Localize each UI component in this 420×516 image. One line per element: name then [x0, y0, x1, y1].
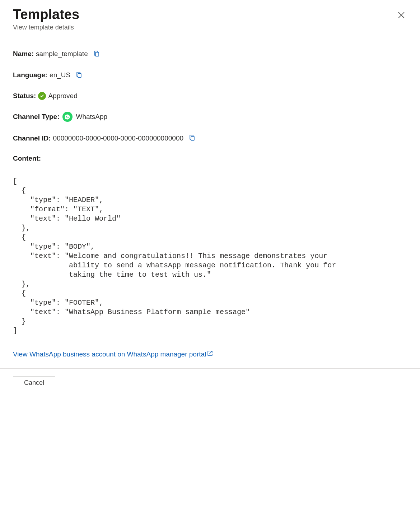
content-json-block: [ { "type": "HEADER", "format": "TEXT", …	[13, 177, 407, 336]
channel-type-value: WhatsApp	[76, 112, 108, 121]
status-field: Status: Approved	[13, 92, 407, 101]
status-value: Approved	[48, 92, 77, 101]
content-label: Content:	[13, 155, 407, 162]
check-circle-icon	[38, 92, 46, 100]
close-button[interactable]	[396, 9, 407, 22]
name-label: Name:	[13, 50, 34, 59]
language-label: Language:	[13, 71, 47, 80]
channel-type-field: Channel Type: WhatsApp	[13, 112, 407, 122]
copy-channel-id-button[interactable]	[188, 133, 196, 143]
name-field: Name: sample_template	[13, 49, 407, 59]
copy-name-button[interactable]	[92, 49, 101, 59]
svg-rect-3	[78, 73, 81, 77]
panel-footer: Cancel	[0, 368, 420, 397]
cancel-button[interactable]: Cancel	[13, 377, 55, 389]
svg-rect-4	[191, 137, 194, 140]
svg-rect-2	[95, 52, 99, 56]
language-field: Language: en_US	[13, 70, 407, 80]
name-value: sample_template	[36, 50, 88, 59]
channel-type-label: Channel Type:	[13, 112, 60, 121]
close-icon	[397, 11, 406, 20]
panel-header: Templates View template details	[13, 7, 407, 31]
page-subtitle: View template details	[13, 24, 79, 31]
channel-id-field: Channel ID: 00000000-0000-0000-0000-0000…	[13, 133, 407, 143]
copy-icon	[188, 134, 196, 142]
copy-icon	[75, 71, 83, 79]
page-title: Templates	[13, 7, 79, 22]
external-link-icon	[207, 350, 213, 358]
template-details-panel: Templates View template details Name: sa…	[0, 0, 420, 368]
whatsapp-icon	[62, 112, 73, 122]
channel-id-label: Channel ID:	[13, 134, 51, 143]
copy-icon	[93, 50, 100, 58]
language-value: en_US	[50, 71, 70, 80]
portal-link-text: View WhatsApp business account on WhatsA…	[13, 350, 206, 358]
svg-line-5	[210, 351, 212, 354]
fields-section: Name: sample_template Language: en_US	[13, 49, 407, 369]
status-label: Status:	[13, 92, 36, 101]
channel-id-value: 00000000-0000-0000-0000-000000000000	[53, 134, 183, 143]
copy-language-button[interactable]	[75, 70, 83, 80]
whatsapp-portal-link[interactable]: View WhatsApp business account on WhatsA…	[13, 350, 213, 358]
